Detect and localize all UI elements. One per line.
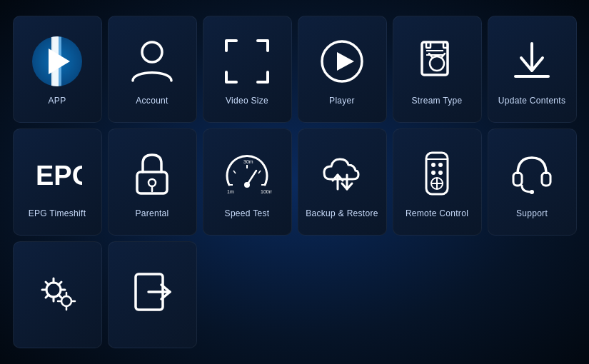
svg-rect-3 bbox=[426, 42, 431, 48]
remote-control-label: Remote Control bbox=[406, 208, 468, 218]
epg-timeshift-label: EPG Timeshift bbox=[29, 208, 86, 218]
parental-icon bbox=[124, 146, 181, 203]
grid-item-player[interactable]: Player bbox=[298, 16, 387, 123]
svg-text:EPG: EPG bbox=[36, 161, 82, 191]
svg-point-10 bbox=[148, 179, 156, 186]
player-label: Player bbox=[329, 96, 355, 106]
support-label: Support bbox=[516, 208, 548, 218]
svg-rect-4 bbox=[443, 42, 448, 48]
remote-control-icon bbox=[408, 146, 465, 203]
svg-point-27 bbox=[431, 171, 436, 175]
svg-rect-33 bbox=[513, 173, 522, 186]
stream-type-label: Stream Type bbox=[411, 96, 462, 106]
svg-text:1m: 1m bbox=[227, 189, 234, 194]
account-icon bbox=[124, 33, 181, 90]
svg-point-25 bbox=[431, 163, 436, 167]
svg-line-16 bbox=[258, 171, 261, 173]
settings-icon bbox=[29, 263, 86, 320]
speed-test-label: Speed Test bbox=[225, 208, 270, 218]
speed-test-icon: 1m 30m 100m bbox=[218, 146, 276, 203]
backup-restore-label: Backup & Restore bbox=[306, 208, 378, 218]
svg-point-0 bbox=[142, 42, 162, 62]
update-contents-label: Update Contents bbox=[498, 96, 566, 106]
app-label: APP bbox=[49, 96, 66, 106]
stream-type-icon bbox=[408, 33, 465, 90]
grid-item-logout[interactable] bbox=[108, 241, 197, 348]
video-size-label: Video Size bbox=[226, 96, 268, 106]
svg-point-5 bbox=[430, 56, 444, 71]
main-grid: APP Account Video Size bbox=[4, 7, 585, 357]
svg-text:100m: 100m bbox=[261, 189, 272, 194]
svg-rect-34 bbox=[542, 173, 550, 186]
support-icon bbox=[503, 146, 560, 203]
logout-icon bbox=[124, 263, 181, 320]
svg-point-26 bbox=[438, 163, 443, 167]
backup-restore-icon bbox=[313, 146, 371, 203]
svg-point-28 bbox=[438, 171, 443, 175]
video-size-icon bbox=[218, 33, 276, 90]
grid-item-update-contents[interactable]: Update Contents bbox=[488, 16, 577, 123]
grid-item-account[interactable]: Account bbox=[108, 16, 197, 123]
grid-item-backup-restore[interactable]: Backup & Restore bbox=[298, 128, 387, 236]
update-contents-icon bbox=[503, 33, 560, 90]
grid-item-stream-type[interactable]: Stream Type bbox=[393, 16, 482, 123]
player-icon bbox=[313, 33, 371, 90]
svg-point-35 bbox=[530, 190, 534, 194]
svg-point-37 bbox=[61, 296, 71, 306]
grid-item-app[interactable]: APP bbox=[13, 16, 102, 123]
grid-item-remote-control[interactable]: Remote Control bbox=[393, 128, 482, 236]
account-label: Account bbox=[136, 96, 168, 106]
grid-item-epg-timeshift[interactable]: EPG EPG Timeshift bbox=[13, 128, 102, 236]
grid-item-speed-test[interactable]: 1m 30m 100m Speed Test bbox=[203, 128, 292, 236]
parental-label: Parental bbox=[135, 208, 168, 218]
app-icon-wrap bbox=[29, 33, 86, 90]
svg-point-18 bbox=[244, 182, 250, 188]
svg-text:30m: 30m bbox=[243, 159, 253, 164]
grid-item-support[interactable]: Support bbox=[488, 128, 577, 236]
epg-icon: EPG bbox=[29, 146, 86, 203]
grid-item-parental[interactable]: Parental bbox=[108, 128, 197, 236]
grid-item-video-size[interactable]: Video Size bbox=[203, 16, 292, 123]
grid-item-settings[interactable] bbox=[13, 241, 102, 348]
svg-line-15 bbox=[233, 171, 236, 173]
